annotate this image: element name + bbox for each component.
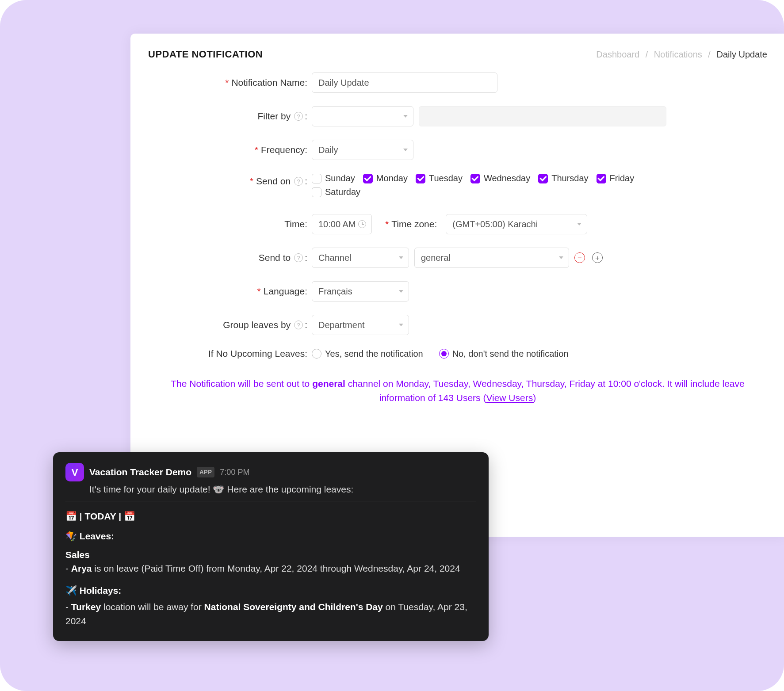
time-label: Time: xyxy=(284,219,307,229)
filter-by-label: Filter by xyxy=(257,111,291,122)
slack-department: Sales xyxy=(65,548,476,562)
if-no-upcoming-label: If No Upcoming Leaves: xyxy=(208,348,307,359)
divider xyxy=(65,501,476,501)
language-select[interactable]: Français xyxy=(312,281,409,302)
app-icon: V xyxy=(65,463,84,481)
notification-name-label: Notification Name: xyxy=(231,77,307,88)
frequency-select[interactable]: Daily xyxy=(312,140,413,160)
frequency-label: Frequency: xyxy=(261,145,307,155)
if-none-no-radio[interactable]: No, don't send the notification xyxy=(439,349,569,359)
help-icon[interactable]: ? xyxy=(294,177,303,186)
filter-by-value-disabled xyxy=(419,106,666,126)
app-badge: APP xyxy=(197,467,214,477)
slack-holiday-entry: - Turkey location will be away for Natio… xyxy=(65,600,476,628)
breadcrumb-current: Daily Update xyxy=(716,50,767,59)
send-to-label: Send to xyxy=(259,252,291,263)
day-tuesday-checkbox[interactable]: Tuesday xyxy=(416,173,463,183)
breadcrumb: Dashboard / Notifications / Daily Update xyxy=(596,50,767,60)
time-input[interactable]: 10:00 AM xyxy=(312,214,372,234)
slack-leaves-heading: 🪁 Leaves: xyxy=(65,529,476,543)
day-saturday-checkbox[interactable]: Saturday xyxy=(312,187,360,197)
breadcrumb-dashboard[interactable]: Dashboard xyxy=(596,50,639,59)
notification-name-input[interactable]: Daily Update xyxy=(312,73,497,93)
slack-app-name: Vacation Tracker Demo xyxy=(89,465,191,479)
slack-intro-text: It's time for your daily update! 🐨 Here … xyxy=(89,482,476,496)
page-title: UPDATE NOTIFICATION xyxy=(148,49,263,60)
if-none-yes-radio[interactable]: Yes, send the notification xyxy=(312,349,423,359)
slack-timestamp: 7:00 PM xyxy=(220,466,249,478)
group-leaves-by-select[interactable]: Department xyxy=(312,315,409,335)
help-icon[interactable]: ? xyxy=(294,253,303,262)
help-icon[interactable]: ? xyxy=(294,321,303,329)
send-to-type-select[interactable]: Channel xyxy=(312,248,409,268)
timezone-label: Time zone: xyxy=(391,219,437,229)
slack-holidays-heading: ✈️ Holidays: xyxy=(65,584,476,598)
add-destination-button[interactable]: + xyxy=(592,252,603,263)
day-wednesday-checkbox[interactable]: Wednesday xyxy=(470,173,530,183)
language-label: Language: xyxy=(264,286,307,297)
day-sunday-checkbox[interactable]: Sunday xyxy=(312,173,355,183)
slack-leave-entry: - Arya is on leave (Paid Time Off) from … xyxy=(65,561,476,576)
clock-icon xyxy=(358,220,366,228)
send-to-target-select[interactable]: general xyxy=(414,248,569,268)
remove-destination-button[interactable]: − xyxy=(574,252,585,263)
day-monday-checkbox[interactable]: Monday xyxy=(363,173,408,183)
send-on-label: Send on xyxy=(256,176,291,187)
filter-by-select[interactable] xyxy=(312,106,413,126)
slack-today-heading: 📅 | TODAY | 📅 xyxy=(65,509,476,523)
view-users-link[interactable]: View Users xyxy=(486,393,533,403)
group-leaves-by-label: Group leaves by xyxy=(223,320,291,330)
help-icon[interactable]: ? xyxy=(294,112,303,121)
day-friday-checkbox[interactable]: Friday xyxy=(597,173,635,183)
slack-preview-card: V Vacation Tracker Demo APP 7:00 PM It's… xyxy=(53,452,489,641)
breadcrumb-notifications[interactable]: Notifications xyxy=(654,50,702,59)
timezone-select[interactable]: (GMT+05:00) Karachi xyxy=(446,214,587,234)
day-thursday-checkbox[interactable]: Thursday xyxy=(538,173,588,183)
notification-summary: The Notification will be sent out to gen… xyxy=(148,377,767,405)
